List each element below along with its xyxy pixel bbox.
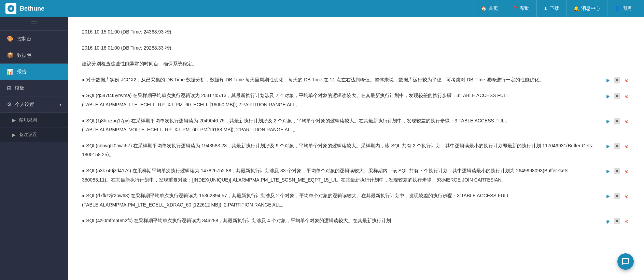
paragraph-10-text: ● SQL(4zi0mfmp0m2fc) 在采样期平均单次执行逻辑读为 8462… (82, 216, 600, 225)
sidebar-item-ban-rules[interactable]: ▶ 禁用规则 (0, 113, 68, 128)
copy-action-8[interactable]: ■ (614, 168, 620, 174)
app-title: Bethune (20, 5, 44, 12)
signal-action-6[interactable]: ◉ (604, 118, 611, 125)
paragraph-9-text: ● SQL(d7fkzzjr2pw68) 在采样期平均单次执行逻辑读为 1536… (82, 191, 600, 209)
copy-action-9[interactable]: ■ (614, 193, 620, 199)
content-row-8: ● SQL(53k740jzd417s) 在采样期平均单次执行逻辑读为 1478… (82, 166, 630, 184)
ban-action-4[interactable]: ⊘ (623, 77, 630, 84)
signal-action-9[interactable]: ◉ (604, 192, 611, 200)
row-9-actions: ◉ ■ ⊘ (604, 191, 630, 200)
sidebar-submenu-settings: ▶ 禁用规则 ▶ 备注设置 (0, 113, 68, 142)
layout: 🎨 控制台 📦 数据包 📊 报告 ⊞ 模板 ⚙ 个人设置 ▾ ▶ 禁用规则 (0, 17, 644, 280)
signal-action-5[interactable]: ◉ (604, 92, 611, 100)
home-icon: 🏠 (481, 6, 487, 11)
ban-action-8[interactable]: ⊘ (623, 168, 630, 175)
chevron-down-icon: ▾ (59, 102, 61, 107)
paragraph-8-text: ● SQL(53k740jzd417s) 在采样期平均单次执行逻辑读为 1478… (82, 166, 600, 184)
content-row-7: ● SQL(cb5vgtz0hwc57) 在采样期平均单次执行逻辑读为 1943… (82, 141, 630, 159)
sidebar-item-settings[interactable]: ⚙ 个人设置 ▾ (0, 96, 68, 113)
sidebar-toggle[interactable] (0, 17, 68, 31)
row-8-actions: ◉ ■ ⊘ (604, 166, 630, 175)
nav-user[interactable]: 👤 周勇 (607, 0, 639, 17)
content-section: 2016-10-15 01:00 (DB Time: 24368.93 秒) 2… (75, 24, 637, 236)
paragraph-4-text: ● 对于数据库实例 JCGX2，从已采集的 DB Time 数据分析，数据库 D… (82, 75, 600, 84)
app-logo: B Bethune (5, 3, 44, 14)
content-row-6: ● SQL(1j8htczaq17py) 在采样期平均单次执行逻辑读为 2049… (82, 116, 630, 134)
download-icon: ⬇ (544, 6, 548, 11)
nav-home[interactable]: 🏠 首页 (474, 0, 505, 17)
sidebar: 🎨 控制台 📦 数据包 📊 报告 ⊞ 模板 ⚙ 个人设置 ▾ ▶ 禁用规则 (0, 17, 68, 280)
row-10-actions: ◉ ■ ⊘ (604, 216, 630, 225)
help-icon: ❓ (512, 6, 518, 11)
nav-download[interactable]: ⬇ 下载 (536, 0, 566, 17)
svg-rect-3 (31, 24, 37, 24)
logo-icon: B (5, 3, 16, 14)
sidebar-item-dashboard[interactable]: 🎨 控制台 (0, 31, 68, 47)
arrow-right-icon: ▶ (12, 118, 16, 123)
content-row-4: ● 对于数据库实例 JCGX2，从已采集的 DB Time 数据分析，数据库 D… (82, 75, 630, 84)
datapack-icon: 📦 (7, 52, 14, 58)
paragraph-6-text: ● SQL(1j8htczaq17py) 在采样期平均单次执行逻辑读为 2049… (82, 116, 600, 134)
ban-action-6[interactable]: ⊘ (623, 118, 630, 125)
sidebar-item-report[interactable]: 📊 报告 (0, 64, 68, 80)
ban-action-7[interactable]: ⊘ (623, 143, 630, 150)
arrow-right-icon2: ▶ (12, 132, 16, 137)
svg-text:B: B (10, 6, 13, 11)
chat-bubble[interactable] (617, 253, 634, 270)
main-content: 2016-10-15 01:00 (DB Time: 24368.93 秒) 2… (68, 17, 644, 280)
paragraph-5-text: ● SQL(g547t4t5yrwma) 在采样期平均单次执行逻辑读为 2031… (82, 91, 600, 109)
content-row-10: ● SQL(4zi0mfmp0m2fc) 在采样期平均单次执行逻辑读为 8462… (82, 216, 630, 225)
svg-rect-4 (31, 26, 37, 26)
sidebar-item-template[interactable]: ⊞ 模板 (0, 80, 68, 96)
nav-help[interactable]: ❓ 帮助 (505, 0, 536, 17)
signal-action-10[interactable]: ◉ (604, 217, 611, 225)
paragraph-2: 2016-10-18 01:00 (DB Time: 29288.33 秒) (82, 43, 630, 53)
signal-action-7[interactable]: ◉ (604, 143, 611, 150)
row-4-actions: ◉ ■ ⊘ (604, 75, 630, 84)
copy-action-6[interactable]: ■ (614, 118, 620, 124)
paragraph-7-text: ● SQL(cb5vgtz0hwc57) 在采样期平均单次执行逻辑读为 1943… (82, 141, 600, 159)
row-7-actions: ◉ ■ ⊘ (604, 141, 630, 150)
content-row-9: ● SQL(d7fkzzjr2pw68) 在采样期平均单次执行逻辑读为 1536… (82, 191, 630, 209)
row-6-actions: ◉ ■ ⊘ (604, 116, 630, 125)
header: B Bethune 🏠 首页 ❓ 帮助 ⬇ 下载 🔔 消息中心 👤 周勇 (0, 0, 644, 17)
row-5-actions: ◉ ■ ⊘ (604, 91, 630, 100)
dashboard-icon: 🎨 (7, 36, 14, 42)
sidebar-item-datapack[interactable]: 📦 数据包 (0, 47, 68, 64)
ban-action-9[interactable]: ⊘ (623, 192, 630, 200)
copy-action-4[interactable]: ■ (614, 77, 620, 83)
nav-notifications[interactable]: 🔔 消息中心 (566, 0, 607, 17)
content-row-5: ● SQL(g547t4t5yrwma) 在采样期平均单次执行逻辑读为 2031… (82, 91, 630, 109)
ban-action-10[interactable]: ⊘ (623, 217, 630, 225)
ban-action-5[interactable]: ⊘ (623, 92, 630, 100)
signal-action-8[interactable]: ◉ (604, 168, 611, 175)
bell-icon: 🔔 (573, 6, 579, 11)
user-icon: 👤 (614, 6, 620, 11)
svg-rect-2 (31, 22, 37, 22)
template-icon: ⊞ (7, 85, 11, 91)
copy-action-7[interactable]: ■ (614, 143, 620, 149)
paragraph-3: 建议分别检查这些性能异常的时间点，确保系统稳定。 (82, 59, 630, 68)
copy-action-10[interactable]: ■ (614, 218, 620, 224)
copy-action-5[interactable]: ■ (614, 93, 620, 99)
sidebar-item-comment-settings[interactable]: ▶ 备注设置 (0, 128, 68, 142)
settings-icon: ⚙ (7, 101, 12, 108)
paragraph-1: 2016-10-15 01:00 (DB Time: 24368.93 秒) (82, 27, 630, 37)
signal-action-4[interactable]: ◉ (604, 77, 611, 84)
report-icon: 📊 (7, 68, 14, 75)
header-nav: 🏠 首页 ❓ 帮助 ⬇ 下载 🔔 消息中心 👤 周勇 (474, 0, 639, 17)
